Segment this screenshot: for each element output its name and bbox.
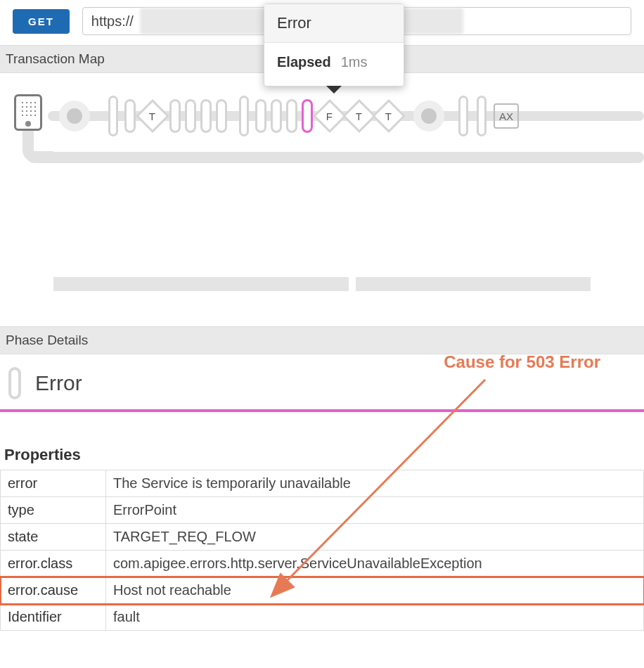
map-step-pill[interactable]: [200, 99, 212, 133]
tooltip-body: Elapsed 1ms: [264, 43, 404, 86]
phase-title: Error: [35, 371, 82, 395]
map-step-pill[interactable]: [108, 96, 118, 136]
properties-row: Identifierfault: [1, 604, 644, 631]
timeline-segment[interactable]: [53, 277, 349, 291]
phase-pill-icon: [8, 367, 21, 399]
timeline-strip: [53, 277, 591, 291]
map-step-pill[interactable]: [255, 99, 266, 133]
phase-details-body: Error Cause for 503 Error Properties err…: [0, 354, 644, 631]
map-step-diamond[interactable]: T: [136, 99, 169, 133]
map-step-pill[interactable]: [477, 96, 487, 136]
properties-row: error.classcom.apigee.errors.http.server…: [1, 551, 644, 577]
property-value: com.apigee.errors.http.server.ServiceUna…: [106, 551, 644, 577]
property-value: The Service is temporarily unavailable: [106, 470, 644, 497]
timeline-segment[interactable]: [356, 277, 591, 291]
property-value: fault: [106, 604, 644, 631]
map-step-square[interactable]: AX: [494, 103, 519, 129]
map-step-pill[interactable]: [286, 99, 297, 133]
map-step-pill[interactable]: [124, 99, 136, 133]
property-key: type: [1, 497, 106, 524]
map-track-lower: [28, 152, 644, 163]
map-steps-row: T F T T AX: [56, 98, 637, 134]
phase-heading-row: Error Cause for 503 Error: [0, 354, 644, 412]
annotation-label: Cause for 503 Error: [444, 352, 600, 372]
properties-table: errorThe Service is temporarily unavaila…: [0, 470, 644, 631]
property-value: TARGET_REQ_FLOW: [106, 524, 644, 551]
transaction-map: T F T T AX: [0, 73, 644, 249]
map-step-pill-selected[interactable]: [302, 99, 313, 133]
client-device-icon: [14, 94, 42, 131]
http-method-badge[interactable]: GET: [13, 9, 70, 34]
property-value: Host not reachable: [106, 577, 644, 604]
properties-row: stateTARGET_REQ_FLOW: [1, 524, 644, 551]
tooltip-title: Error: [264, 4, 404, 43]
property-key: Identifier: [1, 604, 106, 631]
map-endpoint-dot[interactable]: [59, 101, 90, 131]
properties-heading: Properties: [0, 412, 644, 470]
tooltip-elapsed-label: Elapsed: [277, 54, 331, 70]
map-step-diamond[interactable]: F: [313, 99, 347, 133]
properties-row: typeErrorPoint: [1, 497, 644, 524]
map-step-pill[interactable]: [169, 99, 181, 133]
property-key: state: [1, 524, 106, 551]
map-step-pill[interactable]: [239, 96, 249, 136]
map-step-pill[interactable]: [185, 99, 196, 133]
phase-details-header: Phase Details: [0, 326, 644, 354]
tooltip-caret-icon: [326, 86, 342, 94]
step-tooltip: Error Elapsed 1ms: [264, 4, 404, 86]
map-endpoint-dot[interactable]: [413, 101, 444, 131]
property-key: error: [1, 470, 106, 497]
map-step-diamond[interactable]: T: [342, 99, 376, 133]
map-step-pill[interactable]: [271, 99, 282, 133]
tooltip-elapsed-value: 1ms: [341, 54, 368, 70]
properties-row: error.causeHost not reachable: [1, 577, 644, 604]
property-value: ErrorPoint: [106, 497, 644, 524]
map-step-pill[interactable]: [458, 96, 468, 136]
map-step-diamond[interactable]: T: [372, 99, 406, 133]
map-step-pill[interactable]: [216, 99, 227, 133]
properties-row: errorThe Service is temporarily unavaila…: [1, 470, 644, 497]
property-key: error.cause: [1, 577, 106, 604]
property-key: error.class: [1, 551, 106, 577]
